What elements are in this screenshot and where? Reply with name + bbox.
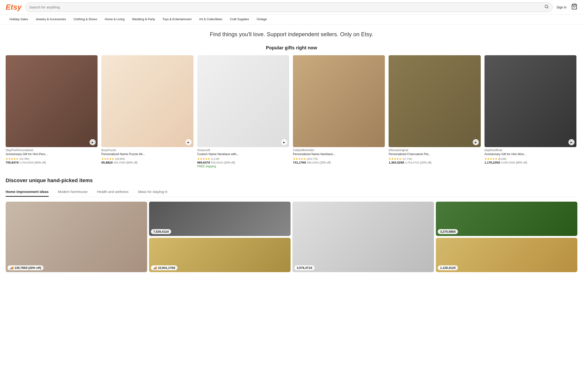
discount-label: (25% off) <box>320 161 331 164</box>
seller-name: StayFinePersonalized <box>6 148 98 152</box>
cart-button[interactable] <box>571 4 577 11</box>
product-name: Custom Name Necklace with... <box>197 152 289 156</box>
discount-label: (60% off) <box>34 161 46 164</box>
product-card[interactable]: CaitlynMinimalist Personalized Name Neck… <box>293 55 385 168</box>
current-price: 705,647đ <box>6 161 18 164</box>
product-name: Personalized Name Puzzle Wi... <box>101 152 193 156</box>
product-image <box>293 55 385 147</box>
product-rating: ★★★★★ (17,715) <box>388 157 480 160</box>
product-image: ▶ <box>6 55 98 147</box>
current-price: 569,647đ <box>197 161 210 164</box>
product-pricing: 1,176,235đ 2,940,706đ (60% off) <box>484 160 576 164</box>
nav-art[interactable]: Art & Collectibles <box>195 14 226 24</box>
discount-label: (60% off) <box>126 161 138 164</box>
product-card[interactable]: ▶ leftcoastoriginal Personalized Charcut… <box>388 55 480 168</box>
main-nav: Holiday Sales Jewelry & Accessories Clot… <box>0 14 583 24</box>
discount-label: (60% off) <box>516 161 527 164</box>
price-badge: 🚚 10,941,176đ <box>151 265 178 270</box>
discover-grid: 🚚 135,765đ (20% off)7,529,412đ3,576,471đ… <box>6 202 577 272</box>
product-name: Anniversary Gift for Him,Pers... <box>6 152 98 156</box>
discover-tab-2[interactable]: Health and wellness <box>97 187 128 197</box>
discount-label: (10% off) <box>224 161 235 164</box>
seller-name: Hoiaucraft <box>197 148 289 152</box>
price-badge: 🚚 135,765đ (20% off) <box>8 265 44 270</box>
current-price: 1,363,529đ <box>388 161 404 164</box>
grid-item-pulls[interactable]: 🚚 135,765đ (20% off) <box>6 202 147 272</box>
nav-wedding[interactable]: Wedding & Party <box>128 14 159 24</box>
nav-jewelry[interactable]: Jewelry & Accessories <box>32 14 70 24</box>
header-actions: Sign in <box>556 4 577 11</box>
grid-item-wall1[interactable]: 3,576,471đ <box>292 202 434 272</box>
review-count: (210,776) <box>307 158 318 160</box>
star-rating: ★★★★★ <box>101 157 114 160</box>
product-pricing: 705,647đ 1,764,000đ (60% off) <box>6 160 98 164</box>
product-card[interactable]: ▶ stayfineofficial Anniversary Gift for … <box>484 55 576 168</box>
price-badge: 7,529,412đ <box>151 229 171 234</box>
grid-item-light2[interactable]: 🚚 10,941,176đ <box>149 238 290 272</box>
price-badge: 3,270,588đ <box>438 229 458 234</box>
popular-gifts-section: Popular gifts right now ▶ StayFinePerson… <box>0 41 583 174</box>
product-rating: ★★★★★ (8,546) <box>484 157 576 160</box>
nav-holiday-sales[interactable]: Holiday Sales <box>6 14 32 24</box>
search-input[interactable] <box>30 5 543 9</box>
play-button: ▶ <box>281 139 287 145</box>
original-price: 1,704,471đ <box>405 161 419 164</box>
product-card[interactable]: ▶ StayFinePersonalized Anniversary Gift … <box>6 55 98 168</box>
sign-in-button[interactable]: Sign in <box>556 6 566 9</box>
product-image: ▶ <box>484 55 576 147</box>
play-button: ▶ <box>473 139 479 145</box>
original-price: 2,940,706đ <box>501 161 515 164</box>
star-rating: ★★★★★ <box>6 157 18 160</box>
discover-tabs: Home improvement ideasModern farmhouseHe… <box>6 187 577 197</box>
product-rating: ★★★★★ (1,119) <box>197 157 289 160</box>
etsy-logo: Etsy <box>6 3 22 12</box>
product-rating: ★★★★★ (29,943) <box>101 157 193 160</box>
discover-section: Discover unique hand-picked items Home i… <box>0 174 583 278</box>
product-pricing: 569,647đ 632,941đ (10% off) <box>197 160 289 164</box>
nav-vintage[interactable]: Vintage <box>253 14 270 24</box>
discover-title: Discover unique hand-picked items <box>6 178 577 184</box>
search-button[interactable] <box>544 4 549 10</box>
star-rating: ★★★★★ <box>484 157 498 160</box>
play-button: ▶ <box>186 139 192 145</box>
play-button: ▶ <box>568 139 574 145</box>
discover-tab-1[interactable]: Modern farmhouse <box>58 187 88 197</box>
nav-toys[interactable]: Toys & Entertainment <box>159 14 195 24</box>
product-card[interactable]: ▶ BusyPuzzle Personalized Name Puzzle Wi… <box>101 55 193 168</box>
hero-text: Find things you'll love. Support indepen… <box>6 31 577 38</box>
grid-item-light1[interactable]: 7,529,412đ <box>149 202 290 236</box>
ship-icon: 🚚 <box>10 266 14 270</box>
current-price: 1,176,235đ <box>484 161 500 164</box>
price-badge: 3,576,471đ <box>294 265 314 270</box>
review-count: (29,943) <box>115 158 125 160</box>
grid-item-brass[interactable]: 1,129,412đ <box>436 238 577 272</box>
discover-tab-0[interactable]: Home improvement ideas <box>6 187 49 197</box>
popular-gifts-grid: ▶ StayFinePersonalized Anniversary Gift … <box>6 55 577 168</box>
grid-item-grab[interactable]: 3,270,588đ <box>436 202 577 236</box>
product-image: ▶ <box>197 55 289 147</box>
product-name: Anniversary Gift for Him,Woo... <box>484 152 576 156</box>
price-badge: 1,129,412đ <box>438 265 458 270</box>
product-rating: ★★★★★ (210,776) <box>293 157 385 160</box>
nav-clothing[interactable]: Clothing & Shoes <box>70 14 101 24</box>
nav-home-living[interactable]: Home & Living <box>101 14 128 24</box>
product-info: leftcoastoriginal Personalized Charcuter… <box>388 148 480 164</box>
product-info: CaitlynMinimalist Personalized Name Neck… <box>293 148 385 164</box>
discover-tab-3[interactable]: Ideas for staying in <box>138 187 168 197</box>
original-price: 1,764,000đ <box>20 161 34 164</box>
search-bar <box>26 2 553 12</box>
star-rating: ★★★★★ <box>388 157 402 160</box>
play-button: ▶ <box>90 139 96 145</box>
current-price: 741,176đ <box>293 161 306 164</box>
product-info: StayFinePersonalized Anniversary Gift fo… <box>6 148 98 164</box>
site-header: Etsy Sign in <box>0 0 583 14</box>
review-count: (16,780) <box>20 158 29 160</box>
seller-name: stayfineofficial <box>484 148 576 152</box>
hero-section: Find things you'll love. Support indepen… <box>0 24 583 41</box>
nav-craft[interactable]: Craft Supplies <box>226 14 253 24</box>
star-rating: ★★★★★ <box>197 157 210 160</box>
product-name: Personalized Name Necklace... <box>293 152 385 156</box>
discount-label: (20% off) <box>420 161 431 164</box>
product-card[interactable]: ▶ Hoiaucraft Custom Name Necklace with..… <box>197 55 289 168</box>
product-pricing: 741,176đ 988,235đ (25% off) <box>293 160 385 164</box>
